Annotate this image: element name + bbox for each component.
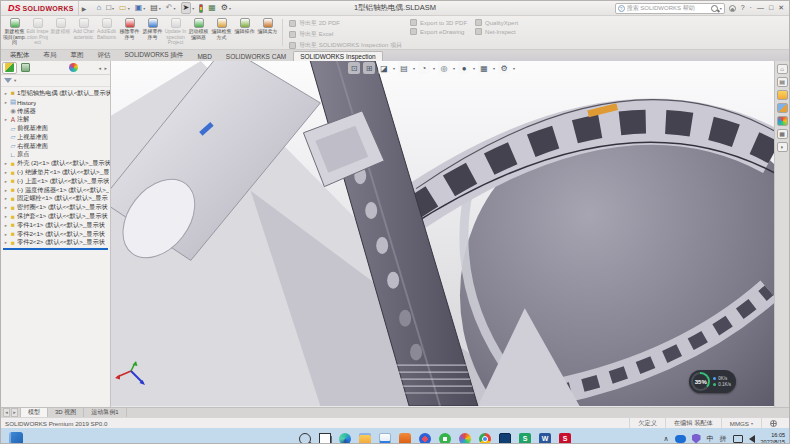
tree-item[interactable]: ▸■零件2<1> (默认<<默认>_显示状 — [3, 230, 110, 239]
tree-item[interactable]: ▱右视基准面 — [3, 142, 110, 151]
panel-tab-property-manager[interactable] — [18, 62, 33, 74]
ribbon-button-edit-vendors[interactable]: 编辑卖方 — [256, 17, 279, 48]
tree-item[interactable]: ∟原点 — [3, 151, 110, 160]
solidworks-resources-icon[interactable]: ⌂ — [777, 64, 788, 74]
display-style-icon[interactable]: ◔ — [418, 62, 430, 74]
dropdown-caret-icon[interactable]: ▾ — [174, 6, 176, 11]
tree-item[interactable]: ▸■固定螺栓<1> (默认<<默认>_显示 — [3, 195, 110, 204]
qat-rebuild-icon[interactable] — [198, 2, 204, 14]
dropdown-caret-icon[interactable]: ▾ — [128, 6, 130, 11]
qat-new-file-icon[interactable]: □▾ — [105, 2, 115, 14]
design-library-icon[interactable]: ▤ — [777, 77, 788, 87]
tree-item[interactable]: ▸A注解 — [3, 115, 110, 124]
tab-scroll-arrows[interactable]: ◂▸ — [1, 408, 21, 417]
sign-in-icon[interactable] — [729, 5, 736, 12]
tab-solidworks-插件[interactable]: SOLIDWORKS 插件 — [118, 49, 191, 61]
tree-item[interactable]: ▸■外壳 (2)<1> (默认<<默认>_显示状 — [3, 159, 110, 168]
hud-caret-icon[interactable]: ▾ — [473, 66, 475, 71]
tree-filter-row[interactable]: ▾ — [1, 75, 110, 87]
panel-tab-scroll-icons[interactable]: ◂ ▸ — [99, 65, 109, 71]
view-settings-icon[interactable]: ⚙ — [498, 62, 510, 74]
qat-undo-icon[interactable]: ↶▾ — [165, 2, 177, 14]
qat-save-icon[interactable]: ▣▾ — [134, 2, 147, 14]
qat-open-file-icon[interactable]: ▭▾ — [118, 2, 131, 14]
menu-caret-icon[interactable]: · — [750, 3, 752, 13]
ribbon-button-new-inspection-project[interactable]: 新建检查项目(amp.问 — [3, 17, 26, 48]
panel-tab-dimxpert-manager[interactable] — [50, 62, 65, 74]
status-globe[interactable] — [761, 418, 785, 428]
tree-item[interactable]: ▱上视基准面 — [3, 133, 110, 142]
taskbar-edge-icon[interactable] — [339, 433, 351, 444]
tray-expand-icon[interactable]: ∧ — [663, 435, 668, 443]
tree-item[interactable]: ▱前视基准面 — [3, 124, 110, 133]
hud-caret-icon[interactable]: ▾ — [393, 66, 395, 71]
panel-tab-feature-manager[interactable] — [2, 62, 17, 74]
help-search-input[interactable]: ? 搜索 SOLIDWORKS 帮助 ▾ — [615, 3, 725, 14]
panel-tab-configuration-manager[interactable] — [34, 62, 49, 74]
forum-icon[interactable]: ◗ — [777, 142, 788, 152]
tree-root-item[interactable]: ▸■1型铝轴热电偶 (默认<默认_显示状态-1 — [3, 89, 110, 98]
close-button[interactable]: ✕ — [778, 3, 784, 13]
tab-草图[interactable]: 草图 — [64, 49, 91, 61]
assembly-3d-model[interactable] — [111, 61, 774, 406]
qat-view-settings-icon[interactable]: ▦ — [207, 2, 217, 14]
apply-scene-icon[interactable]: ▦ — [478, 62, 490, 74]
restore-button[interactable]: □ — [769, 3, 773, 13]
hide-show-items-icon[interactable]: ◎ — [438, 62, 450, 74]
zoom-area-icon[interactable]: ⊞ — [363, 62, 375, 74]
taskbar-app-a-icon[interactable] — [419, 433, 431, 444]
search-caret-icon[interactable]: ▾ — [720, 6, 722, 11]
search-icon[interactable] — [711, 5, 718, 12]
custom-properties-icon[interactable]: ▦ — [777, 129, 788, 139]
doc-tab-3D-视图[interactable]: 3D 视图 — [48, 408, 84, 417]
tab-评估[interactable]: 评估 — [91, 49, 118, 61]
tab-solidworks-cam[interactable]: SOLIDWORKS CAM — [219, 51, 293, 61]
onedrive-icon[interactable] — [675, 435, 686, 443]
taskbar-wps-writer-icon[interactable]: W — [539, 433, 551, 444]
tab-布局[interactable]: 布局 — [37, 49, 64, 61]
taskbar-clock[interactable]: 16:05 2022/8/15 — [761, 432, 785, 444]
help-button[interactable]: ? — [741, 3, 745, 13]
taskbar-wps-sheets-icon[interactable]: S — [519, 433, 531, 444]
tree-item[interactable]: ▸■零件2<2> (默认<<默认>_显示状 — [3, 239, 110, 247]
ribbon-button-edit-methods[interactable]: 编辑检查方式 — [210, 17, 233, 48]
graphics-viewport[interactable]: ⊡⊞◪▾▤▾◔▾◎▾●▾▦▾⚙▾ 35% 0K/s 0.1K/s — [111, 61, 774, 407]
security-shield-icon[interactable] — [692, 434, 701, 444]
view-orientation-icon[interactable]: ▤ — [398, 62, 410, 74]
taskbar-browser-colorful-icon[interactable] — [459, 433, 471, 444]
ribbon-button-edit-operations[interactable]: 编辑操作 — [233, 17, 256, 48]
edit-appearance-icon[interactable]: ● — [458, 62, 470, 74]
taskbar-search-icon[interactable] — [299, 433, 311, 444]
hud-caret-icon[interactable]: ▾ — [413, 66, 415, 71]
volume-icon[interactable] — [749, 435, 755, 443]
status-units-selector[interactable]: MMGS▾ — [721, 418, 761, 428]
tree-item[interactable]: ▸■(-) 温度传感器<1> (默认<<默认>_ — [3, 186, 110, 195]
display-tray-icon[interactable] — [733, 435, 743, 443]
dropdown-caret-icon[interactable]: ▾ — [229, 6, 231, 11]
qat-home-icon[interactable]: ⌂ — [95, 2, 102, 14]
taskbar-app-orange-icon[interactable] — [399, 433, 411, 444]
tab-solidworks-inspection[interactable]: SOLIDWORKS Inspection — [293, 51, 383, 61]
hud-caret-icon[interactable]: ▾ — [433, 66, 435, 71]
dropdown-caret-icon[interactable]: ▾ — [159, 6, 161, 11]
taskbar-start-button-icon[interactable] — [279, 433, 291, 444]
ime-mode-indicator[interactable]: 中 — [707, 434, 714, 444]
ribbon-button-pick-balloons[interactable]: 选择零件序号 — [141, 17, 164, 48]
menu-flyout-arrow-icon[interactable]: ▶ — [82, 5, 87, 12]
dropdown-caret-icon[interactable]: ▾ — [192, 6, 194, 11]
doc-tab-运动算例1[interactable]: 运动算例1 — [84, 408, 126, 417]
file-explorer-icon[interactable] — [777, 90, 788, 100]
taskbar-task-view-icon[interactable] — [319, 433, 331, 444]
qat-print-icon[interactable]: ▤▾ — [149, 2, 162, 14]
section-view-icon[interactable]: ◪ — [378, 62, 390, 74]
tab-mbd[interactable]: MBD — [190, 51, 218, 61]
tab-装配体[interactable]: 装配体 — [3, 49, 37, 61]
hud-caret-icon[interactable]: ▾ — [513, 66, 515, 71]
dropdown-caret-icon[interactable]: ▾ — [112, 6, 114, 11]
tree-item[interactable]: ▸▤History — [3, 98, 110, 107]
ribbon-button-launch-template-editor[interactable]: 启动模板编辑器 — [187, 17, 210, 48]
taskbar-mail-icon[interactable] — [379, 433, 391, 444]
qat-select-cursor-icon[interactable]: ➤▾ — [180, 2, 196, 14]
tree-item[interactable]: ▸■保护套<1> (默认<<默认>_显示状 — [3, 212, 110, 221]
panel-tab-display-manager[interactable] — [66, 62, 81, 74]
